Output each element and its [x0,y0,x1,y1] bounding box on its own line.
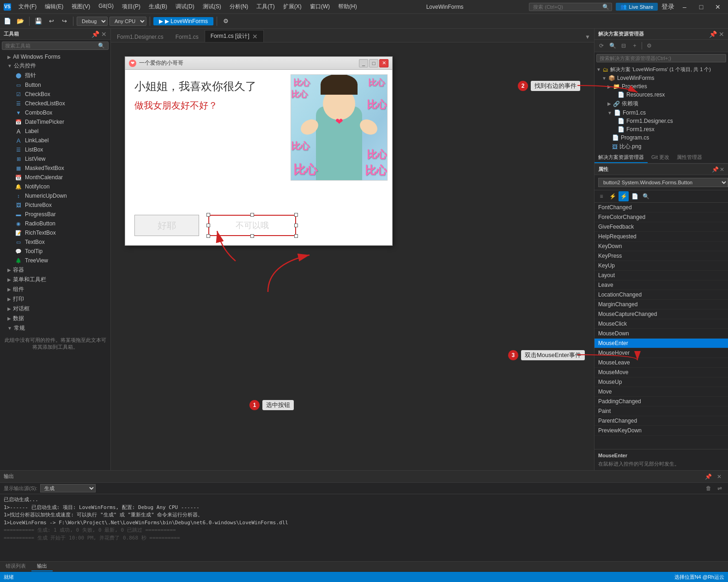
menu-extensions[interactable]: 扩展(X) [279,2,305,12]
tab-form1-design[interactable]: Form1.cs [设计] ✕ [205,30,264,42]
toolbox-pin-btn[interactable]: 📌 [91,30,99,38]
handle-tc[interactable] [250,213,254,217]
props-event-keypress[interactable]: KeyPress [595,251,728,261]
props-event-paint[interactable]: Paint [595,406,728,416]
handle-tr[interactable] [294,213,298,217]
output-clear-btn[interactable]: 🗑 [704,484,713,493]
errors-tab[interactable]: 错误列表 [0,562,31,571]
form-titlebar[interactable]: ❤ 一个爱你的小哥哥 _ □ ✕ [125,57,392,70]
menu-test[interactable]: 测试(S) [199,2,225,12]
menu-help[interactable]: 帮助(H) [334,2,361,12]
minimize-button[interactable]: – [678,1,691,13]
tree-form1-cs[interactable]: ▼ 📄 Form1.cs [595,109,728,117]
props-event-keyup[interactable]: KeyUp [595,261,728,271]
toolbar-open-btn[interactable]: 📂 [15,16,26,27]
toolbox-section-containers[interactable]: ▶ 容器 [0,265,110,275]
solution-explorer-close-btn[interactable]: ✕ [719,30,724,38]
tree-resources-resx[interactable]: 📄 Resources.resx [595,91,728,99]
toolbox-item-numericupdown[interactable]: ↕ NumericUpDown [0,191,110,200]
toolbox-item-checkedlistbox[interactable]: ☰ CheckedListBox [0,99,110,108]
output-tab[interactable]: 输出 [31,562,53,571]
toolbox-section-print[interactable]: ▶ 打印 [0,294,110,304]
tab-form1-designer[interactable]: Form1.Designer.cs [111,31,170,42]
menu-window[interactable]: 窗口(W) [306,2,334,12]
props-event-mousedown[interactable]: MouseDown [595,329,728,339]
se-settings-btn[interactable]: ⚙ [644,41,654,51]
toolbox-item-monthcalendar[interactable]: 📆 MonthCalendar [0,173,110,182]
tree-dependencies[interactable]: ▶ 🔗 依赖项 [595,99,728,109]
toolbox-item-maskedtextbox[interactable]: ▦ MaskedTextBox [0,164,110,173]
props-event-mouseup[interactable]: MouseUp [595,377,728,387]
props-event-leave[interactable]: Leave [595,280,728,290]
menu-git[interactable]: Git(G) [95,2,117,12]
se-sync-btn[interactable]: ⟳ [596,41,607,51]
menu-build[interactable]: 生成(B) [145,2,171,12]
props-event-marginchanged[interactable]: MarginChanged [595,300,728,309]
toolbox-section-menus[interactable]: ▶ 菜单和工具栏 [0,275,110,285]
toolbox-item-picturebox[interactable]: 🖼 PictureBox [0,200,110,210]
tab-close-icon[interactable]: ✕ [252,33,258,40]
menu-view[interactable]: 视图(V) [68,2,94,12]
toolbox-item-pointer[interactable]: ⬤ 指针 [0,71,110,80]
se-filter-btn[interactable]: 🔍 [607,41,618,51]
cpu-dropdown[interactable]: Any CPU [109,17,146,26]
props-event-mousecapturechanged[interactable]: MouseCaptureChanged [595,309,728,319]
handle-tl[interactable] [206,213,210,217]
props-categorized-btn[interactable]: ≡ [596,191,607,201]
user-login-button[interactable]: 登录 [661,1,674,13]
solution-tab-git[interactable]: Git 更改 [648,152,673,163]
form-btn-no[interactable]: 不可以哦 [208,215,296,236]
props-event-mousemove[interactable]: MouseMove [595,368,728,377]
props-event-helprequested[interactable]: HelpRequested [595,232,728,242]
se-collapse-btn[interactable]: ⊟ [619,41,629,51]
props-event-mouseclick[interactable]: MouseClick [595,319,728,329]
form-maximize-btn[interactable]: □ [369,59,378,67]
props-event-givefeedback[interactable]: GiveFeedback [595,222,728,232]
tree-properties-folder[interactable]: ▶ 📁 Properties [595,82,728,91]
toolbox-item-label[interactable]: A Label [0,127,110,136]
toolbox-item-notifyicon[interactable]: 🔔 NotifyIcon [0,182,110,191]
output-pin-btn[interactable]: 📌 [703,472,713,482]
solution-explorer-pin-btn[interactable]: 📌 [709,30,717,38]
toolbox-section-general[interactable]: ▼ 常规 [0,323,110,333]
toolbox-item-combobox[interactable]: ▼ ComboBox [0,108,110,117]
tree-form1-resx[interactable]: 📄 Form1.resx [595,125,728,133]
start-button[interactable]: ▶ ▶ LoveWinForms [153,17,213,25]
toolbox-item-checkbox[interactable]: ☑ CheckBox [0,90,110,99]
form-window[interactable]: ❤ 一个爱你的小哥哥 _ □ ✕ 小姐姐，我喜欢你很久了 做我女朋友好不好？ [125,56,393,246]
props-search-btn[interactable]: 🔍 [641,191,651,201]
toolbox-section-data[interactable]: ▶ 数据 [0,314,110,323]
toolbox-item-textbox[interactable]: ▭ TextBox [0,237,110,247]
props-event-paddingchanged[interactable]: PaddingChanged [595,397,728,406]
toolbar-undo-btn[interactable]: ↩ [46,16,57,27]
props-event-forecolorchanged[interactable]: ForeColorChanged [595,212,728,222]
tab-dropdown-btn[interactable]: ▼ [581,32,594,42]
tab-form1-cs[interactable]: Form1.cs [170,31,205,42]
form-close-btn[interactable]: ✕ [379,59,388,67]
props-event-previewkeydown[interactable]: PreviewKeyDown [595,426,728,436]
toolbox-section-common[interactable]: ▼ 公共控件 [0,61,110,71]
tree-program-cs[interactable]: 📄 Program.cs [595,133,728,142]
designer-canvas[interactable]: ❤ 一个爱你的小哥哥 _ □ ✕ 小姐姐，我喜欢你很久了 做我女朋友好不好？ [111,42,594,470]
handle-bc[interactable] [250,234,254,238]
toolbar-new-btn[interactable]: 📄 [2,16,13,27]
toolbar-redo-btn[interactable]: ↪ [59,16,70,27]
props-event-keydown[interactable]: KeyDown [595,242,728,251]
props-event-fontchanged[interactable]: FontChanged [595,203,728,212]
toolbox-section-components[interactable]: ▶ 组件 [0,285,110,294]
maximize-button[interactable]: □ [695,1,708,13]
tree-project[interactable]: ▼ 📦 LoveWinForms [595,74,728,82]
toolbar-save-btn[interactable]: 💾 [33,16,44,27]
props-proppage-btn[interactable]: 📄 [630,191,640,201]
handle-mr[interactable] [294,224,298,227]
object-selector-dropdown[interactable]: button2 System.Windows.Forms.Button [598,178,728,187]
tree-form1-designer-cs[interactable]: 📄 Form1.Designer.cs [595,117,728,125]
global-search-input[interactable] [529,3,612,11]
debug-config-dropdown[interactable]: Debug [77,17,108,26]
live-share-button[interactable]: 👥 Live Share [616,3,658,11]
handle-ml[interactable] [206,224,210,227]
close-button[interactable]: ✕ [711,1,724,13]
props-event-layout[interactable]: Layout [595,271,728,280]
toolbox-section-dialogs[interactable]: ▶ 对话框 [0,304,110,314]
props-event-mouseleave[interactable]: MouseLeave [595,358,728,368]
